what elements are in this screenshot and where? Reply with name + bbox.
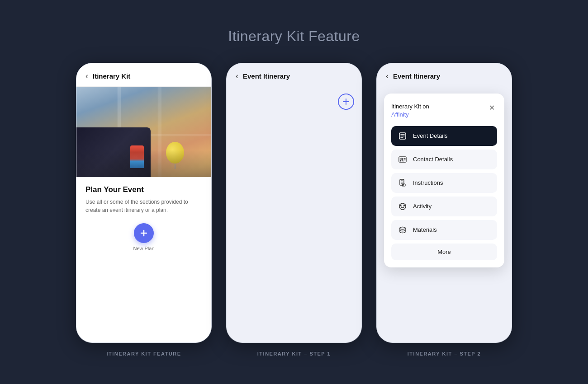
page-title: Itinerary Kit Feature: [228, 28, 360, 45]
menu-item-event-details[interactable]: Event Details: [391, 126, 497, 146]
svg-point-15: [401, 205, 402, 206]
screen3-header: ‹ Event Itinerary: [377, 63, 512, 86]
brand-name: Affinity: [391, 111, 409, 118]
balloon-decoration: [166, 142, 184, 164]
screen2-label: ITINERARY KIT – STEP 1: [257, 351, 331, 356]
contact-details-icon: [398, 155, 408, 164]
menu-item-activity[interactable]: Activity: [391, 197, 497, 216]
materials-label: Materials: [413, 226, 437, 233]
more-button[interactable]: More: [391, 244, 497, 260]
more-label: More: [437, 248, 451, 255]
instructions-label: Instructions: [413, 179, 443, 186]
screen2-back-arrow-icon[interactable]: ‹: [236, 71, 238, 81]
menu-item-materials[interactable]: Materials: [391, 220, 497, 240]
plan-section: Plan Your Event Use all or some of the s…: [76, 177, 211, 259]
plan-desc: Use all or some of the sections provided…: [85, 198, 202, 214]
phone-screen3: ‹ Event Itinerary Itinerary Kit on Affin…: [376, 63, 512, 343]
screens-row: ‹ Itinerary Kit Plan Your Event Use all …: [76, 63, 512, 356]
add-item-button[interactable]: [338, 94, 354, 110]
menu-item-instructions[interactable]: Instructions: [391, 173, 497, 193]
screen2-header: ‹ Event Itinerary: [227, 63, 361, 86]
contact-details-label: Contact Details: [413, 156, 453, 163]
screen2-wrapper: ‹ Event Itinerary ITINERARY KIT – STEP 1: [226, 63, 362, 356]
new-plan-button[interactable]: [134, 223, 154, 243]
popup-header: Itinerary Kit on Affinity ✕: [391, 103, 497, 119]
new-plan-label: New Plan: [133, 246, 154, 251]
screen3-wrapper: ‹ Event Itinerary Itinerary Kit on Affin…: [376, 63, 512, 356]
screen3-label: ITINERARY KIT – STEP 2: [408, 351, 481, 356]
screen1-wrapper: ‹ Itinerary Kit Plan Your Event Use all …: [76, 63, 212, 356]
plan-title: Plan Your Event: [85, 185, 202, 194]
pencils-decoration: [130, 145, 144, 168]
screen1-header: ‹ Itinerary Kit: [76, 63, 211, 87]
svg-point-19: [400, 227, 405, 229]
menu-item-contact-details[interactable]: Contact Details: [391, 150, 497, 169]
popup-title: Itinerary Kit on Affinity: [391, 103, 429, 119]
materials-icon: [398, 225, 408, 235]
svg-point-16: [403, 205, 405, 206]
back-arrow-icon[interactable]: ‹: [85, 71, 88, 81]
instructions-icon: [398, 178, 408, 188]
screen2-header-title: Event Itinerary: [243, 72, 290, 80]
screen1-label: ITINERARY KIT FEATURE: [106, 351, 181, 356]
desk-decoration: [76, 127, 151, 177]
screen3-body: Itinerary Kit on Affinity ✕: [377, 86, 512, 275]
phone-screen1: ‹ Itinerary Kit Plan Your Event Use all …: [76, 63, 212, 343]
phone-screen2: ‹ Event Itinerary: [226, 63, 362, 343]
activity-label: Activity: [413, 203, 432, 210]
screen3-back-arrow-icon[interactable]: ‹: [386, 71, 389, 81]
event-image: [76, 87, 211, 177]
screen1-header-title: Itinerary Kit: [93, 72, 130, 80]
screen1-content: Plan Your Event Use all or some of the s…: [76, 177, 211, 259]
activity-icon: [398, 201, 408, 211]
svg-point-14: [399, 203, 406, 210]
close-popup-button[interactable]: ✕: [486, 103, 497, 113]
event-details-icon: [398, 131, 408, 141]
screen2-body: [227, 86, 361, 110]
event-details-label: Event Details: [413, 132, 448, 139]
popup-card: Itinerary Kit on Affinity ✕: [384, 94, 504, 267]
screen3-header-title: Event Itinerary: [393, 72, 440, 80]
new-plan-btn-wrapper: New Plan: [85, 223, 202, 251]
